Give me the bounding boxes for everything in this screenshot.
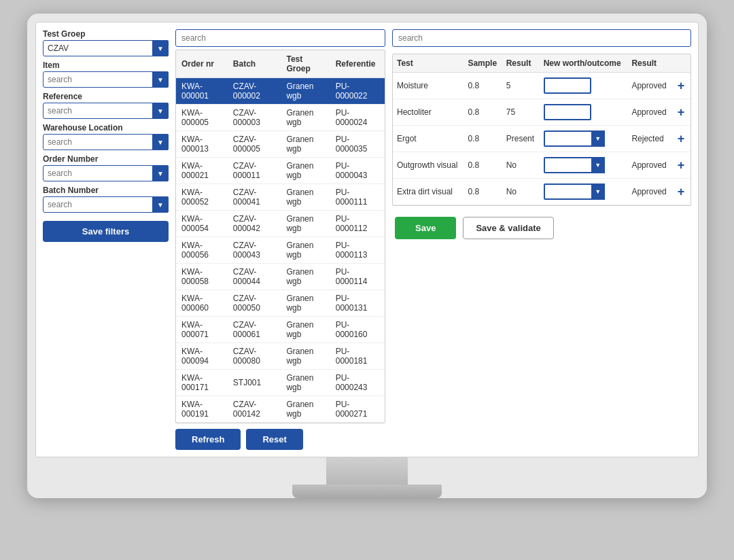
table-row[interactable]: KWA-000052 CZAV-000041 Granen wgb PU-000… — [176, 184, 385, 211]
orders-table-header: Order nr Batch Test Groep Referentie — [176, 50, 385, 78]
batch-number-input[interactable] — [43, 196, 169, 213]
cell-test: Hectoliter — [393, 99, 464, 126]
table-row[interactable]: KWA-000013 CZAV-000005 Granen wgb PU-000… — [176, 131, 385, 158]
table-row[interactable]: KWA-000171 STJ001 Granen wgb PU-0000243 — [176, 370, 385, 396]
table-row[interactable]: KWA-000005 CZAV-000003 Granen wgb PU-000… — [176, 105, 385, 131]
cell-new-worth[interactable]: ▼ — [540, 126, 628, 152]
cell-referentie: PU-0000035 — [330, 131, 385, 158]
cell-order: KWA-000054 — [176, 211, 228, 237]
save-validate-button[interactable]: Save & validate — [463, 217, 553, 239]
cell-test-groep: Granen wgb — [281, 290, 330, 317]
cell-new-worth[interactable]: ▼ — [540, 152, 628, 179]
table-row[interactable]: KWA-000191 CZAV-000142 Granen wgb PU-000… — [176, 396, 385, 423]
table-row[interactable]: KWA-000071 CZAV-000061 Granen wgb PU-000… — [176, 317, 385, 343]
warehouse-input[interactable] — [43, 134, 169, 150]
cell-referentie: PU-0000022 — [330, 78, 385, 105]
reference-filter-group: Reference ▼ — [43, 92, 169, 119]
cell-result: 5 — [502, 73, 540, 99]
middle-orders-panel: Order nr Batch Test Groep Referentie KWA… — [175, 29, 385, 450]
refresh-button[interactable]: Refresh — [175, 429, 241, 450]
cell-test-groep: Granen wgb — [281, 264, 330, 290]
cell-plus-action[interactable]: + — [672, 73, 691, 99]
reset-button[interactable]: Reset — [246, 429, 302, 450]
cell-status: Approved — [627, 179, 671, 205]
cell-result: 75 — [502, 99, 540, 126]
cell-batch: CZAV-000005 — [228, 131, 281, 158]
col-result-status: Result — [627, 54, 671, 73]
cell-referentie: PU-0000043 — [330, 158, 385, 184]
col-sample: Sample — [464, 54, 502, 73]
table-row[interactable]: KWA-000058 CZAV-000044 Granen wgb PU-000… — [176, 264, 385, 290]
orders-table-container: Order nr Batch Test Groep Referentie KWA… — [175, 50, 385, 423]
col-referentie: Referentie — [330, 50, 385, 78]
batch-number-filter-group: Batch Number ▼ — [43, 186, 169, 213]
cell-referentie: PU-0000181 — [330, 343, 385, 370]
table-row[interactable]: KWA-000054 CZAV-000042 Granen wgb PU-000… — [176, 211, 385, 237]
table-row: Extra dirt visual 0.8 No ▼ Approved + — [393, 179, 691, 205]
col-test-groep: Test Groep — [281, 50, 330, 78]
cell-test-groep: Granen wgb — [281, 158, 330, 184]
order-number-filter-group: Order Number ▼ — [43, 154, 169, 181]
cell-test: Ergot — [393, 126, 464, 152]
table-row[interactable]: KWA-000056 CZAV-000043 Granen wgb PU-000… — [176, 237, 385, 264]
save-filters-button[interactable]: Save filters — [43, 221, 169, 242]
reference-input[interactable] — [43, 103, 169, 119]
cell-order: KWA-000094 — [176, 343, 228, 370]
col-order-nr: Order nr — [176, 50, 228, 78]
cell-status: Approved — [627, 99, 671, 126]
cell-batch: CZAV-000041 — [228, 184, 281, 211]
cell-new-worth[interactable] — [540, 99, 628, 126]
cell-test-groep: Granen wgb — [281, 105, 330, 131]
add-row-button[interactable]: + — [676, 132, 686, 146]
new-worth-input[interactable] — [544, 77, 591, 94]
cell-new-worth[interactable] — [540, 73, 628, 99]
add-row-button[interactable]: + — [676, 105, 686, 120]
order-number-input[interactable] — [43, 165, 169, 181]
add-row-button[interactable]: + — [676, 185, 686, 199]
item-input[interactable] — [43, 71, 169, 88]
new-worth-select[interactable] — [544, 183, 605, 200]
cell-order: KWA-000191 — [176, 396, 228, 423]
cell-test: Extra dirt visual — [393, 179, 464, 205]
cell-result: Present — [502, 126, 540, 152]
cell-new-worth[interactable]: ▼ — [540, 179, 628, 205]
table-row[interactable]: KWA-000021 CZAV-000011 Granen wgb PU-000… — [176, 158, 385, 184]
cell-order: KWA-000001 — [176, 78, 228, 105]
col-batch: Batch — [228, 50, 281, 78]
cell-status: Approved — [627, 152, 671, 179]
batch-number-label: Batch Number — [43, 186, 169, 195]
cell-plus-action[interactable]: + — [672, 99, 691, 126]
new-worth-input[interactable] — [544, 104, 591, 120]
orders-search-input[interactable] — [175, 29, 385, 47]
cell-batch: STJ001 — [228, 370, 281, 396]
cell-sample: 0.8 — [464, 152, 502, 179]
table-row[interactable]: KWA-000001 CZAV-000002 Granen wgb PU-000… — [176, 78, 385, 105]
cell-batch: CZAV-000061 — [228, 317, 281, 343]
table-row[interactable]: KWA-000094 CZAV-000080 Granen wgb PU-000… — [176, 343, 385, 370]
results-search-input[interactable] — [392, 29, 691, 47]
cell-test: Outgrowth visual — [393, 152, 464, 179]
cell-plus-action[interactable]: + — [672, 126, 691, 152]
item-filter-group: Item ▼ — [43, 60, 169, 88]
warehouse-filter-group: Warehouse Location ▼ — [43, 123, 169, 150]
cell-plus-action[interactable]: + — [672, 152, 691, 179]
cell-referentie: PU-0000114 — [330, 264, 385, 290]
cell-batch: CZAV-000044 — [228, 264, 281, 290]
left-filter-panel: Test Groep CZAV ▼ Item ▼ — [43, 29, 169, 450]
save-button[interactable]: Save — [395, 217, 456, 239]
cell-batch: CZAV-000002 — [228, 78, 281, 105]
results-table-container: Test Sample Result New worth/outcome Res… — [392, 54, 691, 206]
col-action — [672, 54, 691, 73]
cell-plus-action[interactable]: + — [672, 179, 691, 205]
new-worth-select[interactable] — [544, 130, 605, 147]
add-row-button[interactable]: + — [676, 158, 686, 173]
table-row: Outgrowth visual 0.8 No ▼ Approved + — [393, 152, 691, 179]
cell-referentie: PU-0000243 — [330, 370, 385, 396]
cell-test-groep: Granen wgb — [281, 78, 330, 105]
new-worth-select[interactable] — [544, 157, 605, 173]
test-groep-select[interactable]: CZAV — [43, 40, 169, 56]
add-row-button[interactable]: + — [676, 79, 686, 93]
cell-batch: CZAV-000050 — [228, 290, 281, 317]
table-row[interactable]: KWA-000060 CZAV-000050 Granen wgb PU-000… — [176, 290, 385, 317]
bottom-action-buttons: Refresh Reset — [175, 429, 385, 450]
